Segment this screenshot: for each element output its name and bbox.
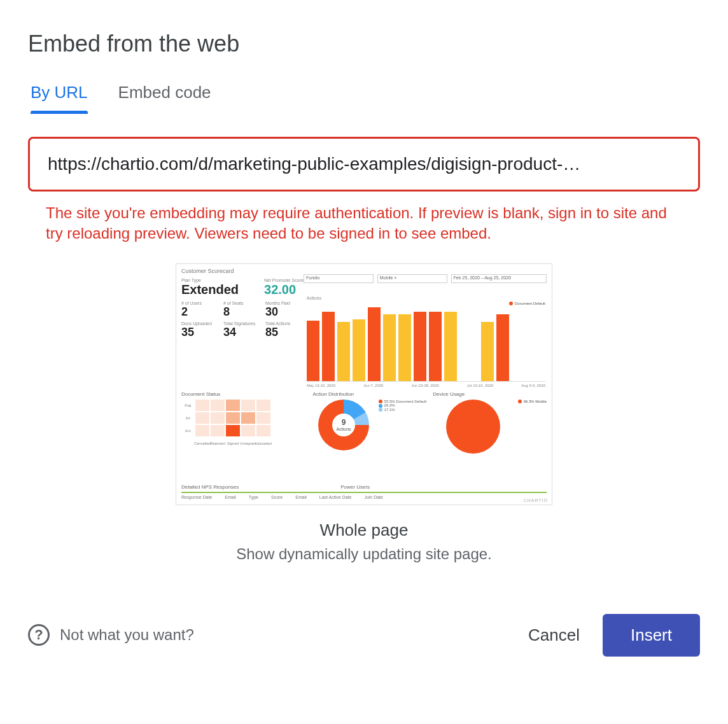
x-tick: Jun 22-28, 2020 (411, 384, 438, 387)
preview-mode-subtitle: Show dynamically updating site page. (236, 545, 492, 563)
table-col: Email (295, 495, 307, 499)
legend-item: 29.2% (384, 403, 395, 407)
pie-title: Device Usage (433, 391, 547, 397)
heatmap-title: Document Status (181, 391, 307, 397)
dialog-title: Embed from the web (28, 31, 700, 57)
dashboard-title: Customer Scorecard (181, 268, 547, 274)
cancel-button[interactable]: Cancel (523, 616, 585, 654)
kpi-label: # of Seats (223, 301, 262, 305)
kpi-value: 85 (265, 326, 304, 339)
table-col: Last Active Date (319, 495, 352, 499)
tab-bar: By URL Embed code (28, 83, 700, 114)
plan-type-value: Extended (181, 282, 239, 297)
kpi-value: 2 (181, 305, 220, 319)
score-label: Net Promoter Score (264, 278, 304, 282)
kpi-label: Docs Uploaded (181, 321, 220, 326)
table-header-row: Response Date Email Type Score Email Las… (181, 492, 547, 499)
kpi-label: Months Paid (265, 301, 304, 305)
section-title: Detailed NPS Responses (181, 484, 239, 490)
filter-daterange: Feb 25, 2020 – Aug 25, 2020 (451, 274, 547, 283)
table-col: Response Date (181, 495, 212, 499)
filter-row: Fundio Mobile × Feb 25, 2020 – Aug 25, 2… (304, 274, 547, 283)
doc-status-heatmap: Aug Jul Jun Cancelled Rejected Signed Un… (181, 400, 307, 449)
kpi-value: 35 (181, 326, 220, 339)
url-input-container (28, 137, 700, 191)
help-text[interactable]: Not what you want? (60, 626, 194, 644)
filter-chip: Mobile × (377, 274, 447, 283)
insert-button[interactable]: Insert (603, 614, 700, 657)
preview-mode-title: Whole page (320, 520, 409, 540)
kpi-value: 30 (265, 305, 304, 319)
chartio-badge: CHARTIO (524, 498, 548, 503)
table-col: Score (271, 495, 283, 499)
tab-by-url[interactable]: By URL (28, 83, 90, 114)
filter-dropdown: Fundio (304, 274, 374, 283)
table-col: Email (225, 495, 236, 499)
device-pie-chart (446, 400, 500, 454)
legend-item: 96.3% Mobile (524, 400, 547, 403)
action-donut-chart: 9Actions (318, 400, 369, 450)
kpi-label: # of Users (181, 301, 220, 305)
donut-center-value: 9 (342, 418, 346, 427)
table-col: Join Date (364, 495, 383, 499)
kpi-label: Total Actions (265, 321, 304, 326)
preview-thumbnail[interactable]: Customer Scorecard Plan Type Extended Ne… (176, 263, 552, 505)
legend-item: 17.1% (384, 408, 395, 412)
x-tick: Aug 3-9, 2020 (521, 384, 545, 387)
x-tick: Jun 7, 2020 (363, 384, 383, 387)
x-tick: Jul 13-10, 2020 (467, 384, 493, 387)
kpi-label: Total Signatures (223, 321, 262, 326)
tab-embed-code[interactable]: Embed code (116, 83, 214, 114)
preview-area: Customer Scorecard Plan Type Extended Ne… (28, 263, 700, 563)
auth-warning-text: The site you're embedding may require au… (28, 203, 700, 244)
legend-item: 55.5% Document Default (384, 400, 427, 403)
donut-title: Action Distribution (313, 391, 427, 397)
table-col: Type (249, 495, 258, 499)
chart-title: Actions (307, 296, 545, 300)
kpi-value: 34 (223, 326, 262, 339)
score-value: 32.00 (264, 282, 304, 297)
chart-legend: Document Default (515, 302, 545, 305)
x-tick: May 13-10, 2020 (307, 384, 335, 387)
kpi-value: 8 (223, 305, 262, 319)
url-input[interactable] (48, 154, 680, 174)
help-icon[interactable]: ? (28, 624, 50, 646)
actions-bar-chart: Actions Document Default May 13-10, 2020 (307, 296, 545, 372)
dialog-footer: ? Not what you want? Cancel Insert (28, 614, 700, 657)
plan-type-label: Plan Type (181, 278, 239, 282)
section-title: Power Users (340, 484, 370, 490)
donut-center-label: Actions (337, 427, 351, 431)
